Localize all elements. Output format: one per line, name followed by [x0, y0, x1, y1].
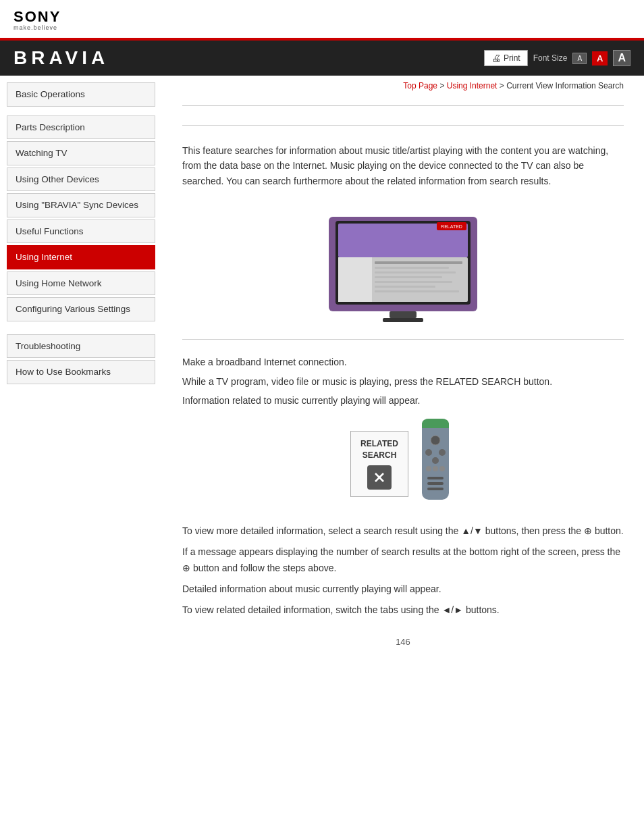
svg-rect-28	[427, 477, 444, 479]
font-large-button[interactable]: A	[613, 50, 630, 66]
sidebar-item-troubleshooting[interactable]: Troubleshooting	[7, 334, 155, 359]
step2-text: While a TV program, video file or music …	[182, 374, 624, 389]
footer3-text: Detailed information about music current…	[182, 581, 624, 597]
svg-rect-9	[375, 281, 452, 283]
sidebar-item-configuring-settings[interactable]: Configuring Various Settings	[7, 297, 155, 321]
divider-top2	[182, 125, 624, 126]
sidebar-item-useful-functions[interactable]: Useful Functions	[7, 219, 155, 244]
font-size-label: Font Size	[533, 53, 568, 63]
related-search-label: RELATEDSEARCH	[360, 438, 398, 461]
sidebar-item-using-bravia-sync[interactable]: Using "BRAVIA" Sync Devices	[7, 193, 155, 217]
svg-rect-8	[375, 276, 442, 278]
footer4-text: To view related detailed information, sw…	[182, 602, 624, 618]
bravia-title: BRAVIA	[14, 47, 109, 69]
remote-box: RELATEDSEARCH	[350, 419, 456, 509]
content-area: Top Page > Using Internet > Current View…	[162, 76, 644, 674]
sidebar-item-using-internet[interactable]: Using Internet	[7, 245, 155, 269]
remote-svg	[415, 419, 456, 506]
font-small-button[interactable]: A	[572, 53, 587, 64]
svg-rect-29	[427, 482, 444, 485]
sidebar-item-basic-operations[interactable]: Basic Operations	[7, 82, 155, 107]
bravia-banner: BRAVIA 🖨 Print Font Size A A A	[0, 38, 644, 76]
sidebar-item-using-other-devices[interactable]: Using Other Devices	[7, 167, 155, 192]
footer-section: To view more detailed information, selec…	[182, 519, 624, 617]
sidebar-item-using-home-network[interactable]: Using Home Network	[7, 271, 155, 296]
svg-rect-10	[375, 286, 435, 288]
svg-point-23	[439, 449, 446, 456]
sidebar-item-watching-tv[interactable]: Watching TV	[7, 141, 155, 165]
print-icon: 🖨	[491, 53, 501, 63]
svg-point-26	[433, 466, 438, 471]
svg-point-22	[425, 449, 432, 456]
sony-tagline: make.believe	[14, 24, 57, 31]
svg-rect-4	[338, 257, 372, 302]
sony-logo: SONY make.believe	[14, 9, 630, 31]
svg-rect-7	[375, 271, 456, 273]
remote-image-container: RELATEDSEARCH	[182, 419, 624, 509]
svg-rect-20	[422, 423, 449, 428]
sony-text: SONY	[14, 9, 61, 24]
svg-rect-6	[375, 267, 449, 269]
print-button[interactable]: 🖨 Print	[484, 50, 528, 66]
svg-rect-5	[375, 261, 462, 264]
related-search-icon	[367, 465, 392, 490]
breadcrumb-top-page[interactable]: Top Page	[403, 81, 437, 90]
breadcrumb-sep1: >	[439, 81, 446, 90]
tv-svg: RELATED	[322, 211, 484, 326]
remote-graphic	[415, 419, 456, 509]
footer1-text: To view more detailed information, selec…	[182, 523, 624, 539]
sidebar-item-parts-description[interactable]: Parts Description	[7, 115, 155, 140]
svg-rect-11	[375, 290, 459, 292]
banner-controls: 🖨 Print Font Size A A A	[484, 50, 630, 66]
tv-image-container: RELATED	[182, 211, 624, 328]
svg-rect-30	[427, 488, 444, 490]
x-icon	[373, 471, 386, 484]
breadcrumb-using-internet[interactable]: Using Internet	[447, 81, 498, 90]
page-number: 146	[182, 623, 624, 654]
sidebar: Basic Operations Parts Description Watch…	[0, 76, 162, 674]
divider-mid	[182, 339, 624, 340]
header: SONY make.believe	[0, 0, 644, 38]
svg-rect-13	[383, 318, 423, 322]
svg-point-27	[439, 466, 445, 471]
svg-point-24	[432, 457, 439, 464]
svg-text:RELATED: RELATED	[441, 224, 462, 229]
related-search-button: RELATEDSEARCH	[350, 431, 408, 497]
svg-point-25	[426, 466, 431, 471]
step3-text: Information related to music currently p…	[182, 393, 624, 408]
breadcrumb-sep2: >	[500, 81, 506, 90]
sidebar-item-how-to-use-bookmarks[interactable]: How to Use Bookmarks	[7, 360, 155, 384]
step1-text: Make a broadband Internet connection.	[182, 355, 624, 369]
font-medium-button[interactable]: A	[592, 51, 608, 66]
svg-point-21	[431, 436, 440, 445]
tv-image: RELATED	[322, 211, 484, 326]
breadcrumb: Top Page > Using Internet > Current View…	[182, 76, 624, 99]
steps-section: Make a broadband Internet connection. Wh…	[182, 346, 624, 408]
intro-text: This feature searches for information ab…	[182, 143, 624, 188]
breadcrumb-current: Current View Information Search	[506, 81, 624, 90]
divider-top	[182, 105, 624, 106]
svg-rect-12	[390, 311, 417, 318]
footer2-text: If a message appears displaying the numb…	[182, 544, 624, 575]
